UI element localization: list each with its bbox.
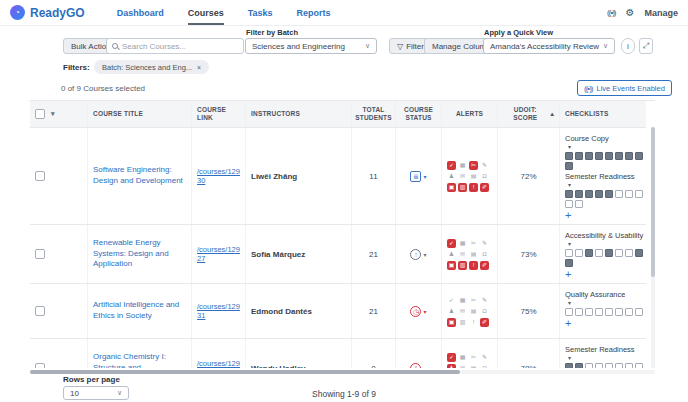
nav-item-tasks[interactable]: Tasks: [248, 1, 273, 25]
checklist-item-complete[interactable]: [565, 190, 573, 198]
checklist-item-incomplete[interactable]: [625, 190, 633, 198]
alert-archive-icon[interactable]: ▥: [458, 318, 467, 327]
vertical-scrollbar-thumb[interactable]: [651, 127, 655, 277]
course-link[interactable]: /courses/12927: [197, 245, 240, 263]
horizontal-scrollbar[interactable]: [30, 370, 655, 374]
alert-person-icon[interactable]: ♟: [447, 364, 456, 369]
checklist-item-incomplete[interactable]: [635, 363, 643, 368]
header-alerts[interactable]: ALERTS: [442, 101, 498, 127]
alert-calendar-icon[interactable]: ▦: [458, 239, 467, 248]
horizontal-scrollbar-thumb[interactable]: [30, 370, 460, 374]
expand-button[interactable]: ⤢: [639, 38, 653, 54]
checklist-name[interactable]: Course Copy▾: [565, 134, 609, 150]
alert-check-circle-icon[interactable]: ✓: [447, 296, 456, 305]
alert-mail-icon[interactable]: ✉: [458, 307, 467, 316]
course-link[interactable]: /courses/12926: [197, 359, 240, 368]
alert-check-circle-icon[interactable]: ✓: [447, 353, 456, 362]
checklist-item-complete[interactable]: [575, 190, 583, 198]
alert-calendar-icon[interactable]: ▦: [458, 353, 467, 362]
checklist-item-complete[interactable]: [575, 363, 583, 368]
checklist-item-complete[interactable]: [565, 152, 573, 160]
checklist-item-complete[interactable]: [585, 190, 593, 198]
info-button[interactable]: i: [621, 38, 635, 54]
checklist-name[interactable]: Quality Assurance▾: [565, 290, 625, 306]
header-instructors[interactable]: INSTRUCTORS: [246, 101, 352, 127]
checklist-item-complete[interactable]: [595, 152, 603, 160]
nav-item-courses[interactable]: Courses: [188, 1, 224, 25]
alert-pencil-icon[interactable]: ✎: [480, 353, 489, 362]
checklist-name[interactable]: Semester Readiness▾: [565, 345, 635, 361]
checklist-item-complete[interactable]: [585, 249, 593, 257]
alert-check-circle-icon[interactable]: ✓: [447, 239, 456, 248]
close-icon[interactable]: ×: [197, 64, 201, 71]
alert-scissors-icon[interactable]: ✂: [469, 239, 478, 248]
checklist-item-incomplete[interactable]: [565, 249, 573, 257]
alert-bell-icon[interactable]: Ω: [480, 307, 489, 316]
checklist-item-complete[interactable]: [595, 190, 603, 198]
chevron-down-icon[interactable]: ▾: [423, 365, 426, 369]
checklist-item-complete[interactable]: [605, 249, 613, 257]
row-checkbox[interactable]: [35, 306, 45, 316]
checklist-item-incomplete[interactable]: [565, 308, 573, 316]
row-checkbox[interactable]: [35, 363, 45, 368]
alert-pencil-icon[interactable]: ✎: [480, 161, 489, 170]
alert-inbox-icon[interactable]: ▣: [447, 183, 456, 192]
search-box[interactable]: [106, 38, 244, 54]
alert-person-icon[interactable]: ♟: [447, 250, 456, 259]
alert-archive-icon[interactable]: ▥: [458, 261, 467, 270]
alert-mail-icon[interactable]: ✉: [458, 250, 467, 259]
checklist-item-complete[interactable]: [615, 152, 623, 160]
checklist-item-incomplete[interactable]: [575, 249, 583, 257]
alert-pin-icon[interactable]: ✐: [480, 318, 489, 327]
checklist-name[interactable]: Semester Readiness▾: [565, 172, 635, 188]
checklist-item-incomplete[interactable]: [565, 200, 573, 208]
vertical-scrollbar[interactable]: [651, 127, 655, 368]
chevron-down-icon[interactable]: ▾: [51, 110, 55, 118]
broadcast-icon[interactable]: ((•)): [607, 8, 615, 17]
alert-pin-icon[interactable]: ✐: [480, 183, 489, 192]
alert-person-icon[interactable]: ♟: [447, 307, 456, 316]
alert-warning-icon[interactable]: !: [469, 318, 478, 327]
brand[interactable]: ◔ ReadyGO: [10, 5, 85, 20]
quick-view-select[interactable]: Amanda's Accessibility Review ∨: [483, 38, 615, 54]
alert-pin-icon[interactable]: ✐: [480, 261, 489, 270]
nav-item-reports[interactable]: Reports: [297, 1, 331, 25]
select-all-checkbox[interactable]: [35, 109, 45, 119]
checklist-item-incomplete[interactable]: [635, 190, 643, 198]
checklist-item-complete[interactable]: [565, 363, 573, 368]
alert-bell-icon[interactable]: Ω: [480, 172, 489, 181]
checklist-item-incomplete[interactable]: [615, 363, 623, 368]
checklist-item-incomplete[interactable]: [585, 308, 593, 316]
header-total-students[interactable]: TOTAL STUDENTS: [352, 101, 396, 127]
course-link[interactable]: /courses/12931: [197, 302, 240, 320]
header-course-status[interactable]: COURSE STATUS: [396, 101, 442, 127]
header-course-link[interactable]: COURSE LINK: [192, 101, 246, 127]
checklist-item-incomplete[interactable]: [585, 363, 593, 368]
alert-mail-icon[interactable]: ✉: [458, 172, 467, 181]
checklist-item-incomplete[interactable]: [605, 363, 613, 368]
gear-icon[interactable]: ⚙: [626, 7, 635, 18]
alert-person-icon[interactable]: ♟: [447, 172, 456, 181]
checklist-item-complete[interactable]: [605, 152, 613, 160]
live-events-button[interactable]: ((•)) Live Events Enabled: [577, 80, 672, 96]
add-checklist-button[interactable]: +: [565, 318, 571, 329]
alert-pencil-icon[interactable]: ✎: [480, 239, 489, 248]
alert-inbox-icon[interactable]: ▣: [447, 261, 456, 270]
alert-file-icon[interactable]: ▤: [469, 364, 478, 369]
checklist-item-incomplete[interactable]: [615, 190, 623, 198]
checklist-item-complete[interactable]: [585, 152, 593, 160]
checklist-item-complete[interactable]: [605, 190, 613, 198]
course-link[interactable]: /courses/12930: [197, 167, 240, 185]
alert-file-icon[interactable]: ▤: [469, 307, 478, 316]
chevron-down-icon[interactable]: ▾: [423, 251, 426, 258]
batch-filter-chip[interactable]: Batch: Sciences and Eng... ×: [94, 60, 209, 74]
course-title-link[interactable]: Artificial Intelligence and Ethics in So…: [93, 300, 186, 322]
alert-check-circle-icon[interactable]: ✓: [447, 161, 456, 170]
manage-button[interactable]: Manage: [644, 8, 678, 18]
nav-item-dashboard[interactable]: Dashboard: [117, 1, 164, 25]
checklist-item-incomplete[interactable]: [625, 308, 633, 316]
alert-scissors-icon[interactable]: ✂: [469, 296, 478, 305]
checklist-item-complete[interactable]: [565, 259, 573, 267]
header-udoit-score[interactable]: UDOIT: SCORE ▴: [498, 101, 560, 127]
header-checklists[interactable]: CHECKLISTS: [560, 101, 646, 127]
